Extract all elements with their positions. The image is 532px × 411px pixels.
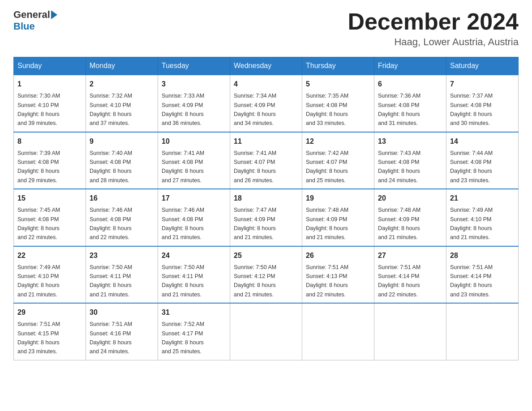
day-info: Sunrise: 7:51 AMSunset: 4:14 PMDaylight:…	[450, 264, 493, 298]
calendar-cell	[230, 303, 302, 360]
header-day-monday: Monday	[86, 57, 158, 75]
day-info: Sunrise: 7:45 AMSunset: 4:08 PMDaylight:…	[17, 207, 60, 240]
title-section: December 2024 Haag, Lower Austria, Austr…	[348, 9, 519, 48]
calendar-cell: 24 Sunrise: 7:50 AMSunset: 4:11 PMDaylig…	[158, 246, 230, 304]
calendar-cell: 22 Sunrise: 7:49 AMSunset: 4:10 PMDaylig…	[14, 246, 86, 304]
location-title: Haag, Lower Austria, Austria	[348, 36, 519, 48]
header-day-thursday: Thursday	[302, 57, 374, 75]
day-number: 16	[90, 193, 154, 204]
day-number: 21	[450, 193, 515, 204]
day-number: 4	[234, 79, 298, 90]
calendar-cell: 25 Sunrise: 7:50 AMSunset: 4:12 PMDaylig…	[230, 246, 302, 304]
calendar-cell: 26 Sunrise: 7:51 AMSunset: 4:13 PMDaylig…	[302, 246, 374, 304]
logo-arrow-icon	[51, 10, 57, 19]
calendar-cell: 4 Sunrise: 7:34 AMSunset: 4:09 PMDayligh…	[230, 75, 302, 132]
day-number: 24	[162, 250, 226, 261]
day-info: Sunrise: 7:34 AMSunset: 4:09 PMDaylight:…	[234, 93, 276, 126]
day-info: Sunrise: 7:37 AMSunset: 4:08 PMDaylight:…	[450, 93, 493, 126]
calendar-cell	[302, 303, 374, 360]
day-info: Sunrise: 7:40 AMSunset: 4:08 PMDaylight:…	[90, 150, 132, 184]
logo-general: General	[13, 9, 50, 21]
day-info: Sunrise: 7:51 AMSunset: 4:15 PMDaylight:…	[17, 321, 60, 355]
header-day-wednesday: Wednesday	[230, 57, 302, 75]
calendar-cell: 18 Sunrise: 7:47 AMSunset: 4:09 PMDaylig…	[230, 189, 302, 246]
page-header: General Blue December 2024 Haag, Lower A…	[13, 9, 519, 48]
header-row: SundayMondayTuesdayWednesdayThursdayFrid…	[14, 57, 519, 75]
logo: General Blue	[13, 9, 58, 32]
calendar-cell: 28 Sunrise: 7:51 AMSunset: 4:14 PMDaylig…	[446, 246, 519, 304]
calendar-cell: 11 Sunrise: 7:41 AMSunset: 4:07 PMDaylig…	[230, 132, 302, 189]
calendar-cell: 21 Sunrise: 7:49 AMSunset: 4:10 PMDaylig…	[446, 189, 519, 246]
calendar-cell: 20 Sunrise: 7:48 AMSunset: 4:09 PMDaylig…	[374, 189, 446, 246]
day-number: 6	[378, 79, 442, 90]
day-number: 20	[378, 193, 442, 204]
day-number: 17	[162, 193, 226, 204]
calendar-cell: 15 Sunrise: 7:45 AMSunset: 4:08 PMDaylig…	[14, 189, 86, 246]
day-info: Sunrise: 7:52 AMSunset: 4:17 PMDaylight:…	[162, 321, 204, 355]
day-info: Sunrise: 7:43 AMSunset: 4:08 PMDaylight:…	[378, 150, 420, 184]
header-day-sunday: Sunday	[14, 57, 86, 75]
logo-text: General	[13, 9, 58, 21]
day-number: 12	[306, 136, 370, 147]
day-info: Sunrise: 7:46 AMSunset: 4:08 PMDaylight:…	[162, 207, 204, 240]
day-number: 3	[162, 79, 226, 90]
calendar-cell: 19 Sunrise: 7:48 AMSunset: 4:09 PMDaylig…	[302, 189, 374, 246]
day-number: 22	[17, 250, 82, 261]
day-info: Sunrise: 7:49 AMSunset: 4:10 PMDaylight:…	[17, 264, 60, 298]
calendar-cell: 8 Sunrise: 7:39 AMSunset: 4:08 PMDayligh…	[14, 132, 86, 189]
day-number: 29	[17, 307, 82, 318]
day-info: Sunrise: 7:50 AMSunset: 4:11 PMDaylight:…	[90, 264, 132, 298]
day-info: Sunrise: 7:30 AMSunset: 4:10 PMDaylight:…	[17, 93, 60, 126]
calendar-cell: 7 Sunrise: 7:37 AMSunset: 4:08 PMDayligh…	[446, 75, 519, 132]
day-number: 11	[234, 136, 298, 147]
day-number: 15	[17, 193, 82, 204]
day-number: 9	[90, 136, 154, 147]
day-info: Sunrise: 7:50 AMSunset: 4:11 PMDaylight:…	[162, 264, 204, 298]
day-number: 27	[378, 250, 442, 261]
header-day-tuesday: Tuesday	[158, 57, 230, 75]
day-number: 30	[90, 307, 154, 318]
calendar-cell: 12 Sunrise: 7:42 AMSunset: 4:07 PMDaylig…	[302, 132, 374, 189]
day-number: 23	[90, 250, 154, 261]
day-number: 31	[162, 307, 226, 318]
day-number: 7	[450, 79, 515, 90]
day-number: 19	[306, 193, 370, 204]
calendar-cell: 13 Sunrise: 7:43 AMSunset: 4:08 PMDaylig…	[374, 132, 446, 189]
day-info: Sunrise: 7:46 AMSunset: 4:08 PMDaylight:…	[90, 207, 132, 240]
calendar-cell: 31 Sunrise: 7:52 AMSunset: 4:17 PMDaylig…	[158, 303, 230, 360]
day-number: 26	[306, 250, 370, 261]
day-number: 2	[90, 79, 154, 90]
calendar-cell: 30 Sunrise: 7:51 AMSunset: 4:16 PMDaylig…	[86, 303, 158, 360]
logo-blue-text: Blue	[13, 21, 35, 32]
day-info: Sunrise: 7:36 AMSunset: 4:08 PMDaylight:…	[378, 93, 420, 126]
calendar-cell: 5 Sunrise: 7:35 AMSunset: 4:08 PMDayligh…	[302, 75, 374, 132]
day-info: Sunrise: 7:44 AMSunset: 4:08 PMDaylight:…	[450, 150, 493, 184]
day-number: 13	[378, 136, 442, 147]
day-info: Sunrise: 7:49 AMSunset: 4:10 PMDaylight:…	[450, 207, 493, 240]
week-row-2: 8 Sunrise: 7:39 AMSunset: 4:08 PMDayligh…	[14, 132, 519, 189]
day-info: Sunrise: 7:51 AMSunset: 4:14 PMDaylight:…	[378, 264, 420, 298]
calendar-cell: 27 Sunrise: 7:51 AMSunset: 4:14 PMDaylig…	[374, 246, 446, 304]
day-info: Sunrise: 7:47 AMSunset: 4:09 PMDaylight:…	[234, 207, 276, 240]
calendar-cell	[446, 303, 519, 360]
calendar-cell: 2 Sunrise: 7:32 AMSunset: 4:10 PMDayligh…	[86, 75, 158, 132]
day-info: Sunrise: 7:35 AMSunset: 4:08 PMDaylight:…	[306, 93, 348, 126]
calendar-cell: 16 Sunrise: 7:46 AMSunset: 4:08 PMDaylig…	[86, 189, 158, 246]
calendar-cell: 1 Sunrise: 7:30 AMSunset: 4:10 PMDayligh…	[14, 75, 86, 132]
calendar-cell: 9 Sunrise: 7:40 AMSunset: 4:08 PMDayligh…	[86, 132, 158, 189]
day-number: 28	[450, 250, 515, 261]
calendar-cell	[374, 303, 446, 360]
day-info: Sunrise: 7:42 AMSunset: 4:07 PMDaylight:…	[306, 150, 348, 184]
day-info: Sunrise: 7:48 AMSunset: 4:09 PMDaylight:…	[378, 207, 420, 240]
week-row-5: 29 Sunrise: 7:51 AMSunset: 4:15 PMDaylig…	[14, 303, 519, 360]
day-info: Sunrise: 7:51 AMSunset: 4:13 PMDaylight:…	[306, 264, 348, 298]
calendar-cell: 17 Sunrise: 7:46 AMSunset: 4:08 PMDaylig…	[158, 189, 230, 246]
day-info: Sunrise: 7:33 AMSunset: 4:09 PMDaylight:…	[162, 93, 204, 126]
day-number: 18	[234, 193, 298, 204]
day-info: Sunrise: 7:41 AMSunset: 4:07 PMDaylight:…	[234, 150, 276, 184]
day-info: Sunrise: 7:51 AMSunset: 4:16 PMDaylight:…	[90, 321, 132, 355]
month-title: December 2024	[348, 9, 519, 34]
header-day-friday: Friday	[374, 57, 446, 75]
day-number: 8	[17, 136, 82, 147]
calendar-cell: 23 Sunrise: 7:50 AMSunset: 4:11 PMDaylig…	[86, 246, 158, 304]
